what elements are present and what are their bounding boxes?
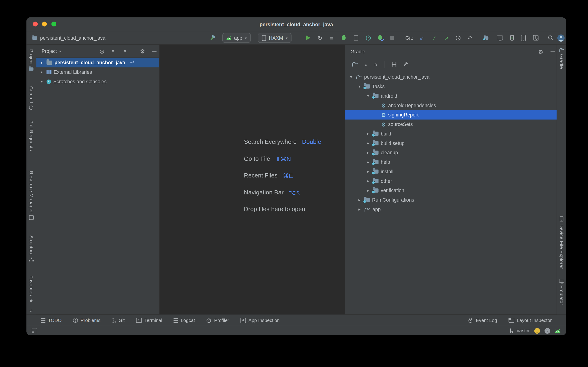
- gradle-node-android[interactable]: ▾ android: [345, 91, 556, 101]
- settings-button[interactable]: ⚙: [140, 45, 145, 57]
- project-panel-title[interactable]: Project: [41, 48, 57, 54]
- collapse-all-button[interactable]: «: [375, 61, 378, 68]
- chevron-right-icon[interactable]: ▸: [366, 150, 370, 155]
- run-configuration-combo[interactable]: app ▾: [222, 31, 251, 44]
- sidebar-item-project[interactable]: Project: [26, 49, 36, 71]
- toolwindow-app-inspection[interactable]: App Inspection: [240, 317, 280, 323]
- build-button[interactable]: [210, 31, 216, 44]
- gradle-node-verification[interactable]: ▸ verification: [345, 186, 556, 195]
- gradle-settings-button[interactable]: ⚙: [538, 45, 543, 58]
- profile-avatar-button[interactable]: [557, 31, 564, 44]
- chevron-down-icon[interactable]: ▾: [349, 75, 354, 79]
- project-structure-button[interactable]: [483, 31, 489, 44]
- avd-manager-button[interactable]: [509, 31, 515, 44]
- gradle-sync-button[interactable]: [352, 61, 358, 68]
- chevron-right-icon[interactable]: ▸: [366, 160, 370, 165]
- gradle-node-cleanup[interactable]: ▸ cleanup: [345, 148, 556, 158]
- toolwindow-git[interactable]: Git: [112, 317, 124, 323]
- gradle-node-other[interactable]: ▸ other: [345, 176, 556, 186]
- sdk-manager-icon: [533, 35, 539, 41]
- apply-changes-button[interactable]: ↻: [318, 31, 323, 44]
- chevron-right-icon[interactable]: ▸: [366, 188, 370, 193]
- chevron-right-icon[interactable]: ▸: [366, 141, 370, 146]
- sidebar-item-partial[interactable]: s: [26, 309, 36, 312]
- sidebar-item-commit[interactable]: Commit: [26, 86, 36, 110]
- locate-file-button[interactable]: ◎: [100, 45, 104, 57]
- close-window-button[interactable]: [33, 22, 38, 26]
- gradle-node-build-setup[interactable]: ▸ build setup: [345, 139, 556, 148]
- offline-mode-button[interactable]: [392, 61, 396, 68]
- project-breadcrumb[interactable]: persistent_cloud_anchor_java: [32, 31, 106, 44]
- target-device-combo[interactable]: HAXM ▾: [258, 31, 291, 44]
- search-everywhere-button[interactable]: [548, 31, 554, 44]
- run-button[interactable]: [306, 31, 310, 44]
- toolwindow-logcat[interactable]: Logcat: [173, 317, 195, 323]
- git-branch-widget[interactable]: master: [509, 328, 530, 333]
- toolwindow-todo[interactable]: TODO: [41, 317, 62, 323]
- collapse-all-button[interactable]: «: [124, 45, 127, 57]
- gradle-node-help[interactable]: ▸ help: [345, 157, 556, 167]
- gradle-node-app[interactable]: ▸ app: [345, 205, 556, 214]
- attach-debugger-button[interactable]: [378, 31, 382, 44]
- git-update-button[interactable]: ↙: [420, 31, 425, 44]
- toolwindow-layout-inspector[interactable]: Layout Inspector: [508, 317, 552, 323]
- chevron-right-icon[interactable]: ▸: [39, 70, 44, 75]
- gradle-node-build[interactable]: ▸ build: [345, 129, 556, 139]
- expand-all-button[interactable]: »: [112, 45, 115, 57]
- chevron-right-icon[interactable]: ▸: [366, 169, 370, 174]
- gradle-task-signingReport[interactable]: ⚙ signingReport: [345, 110, 556, 120]
- chevron-right-icon[interactable]: ▸: [357, 207, 362, 212]
- tree-row-scratches[interactable]: ▸ Scratches and Consoles: [36, 77, 159, 86]
- sidebar-item-resource-manager[interactable]: Resource Manager: [26, 171, 36, 220]
- zoom-window-button[interactable]: [51, 22, 56, 26]
- gradle-node-project-root[interactable]: ▾ persistent_cloud_anchor_java: [345, 72, 556, 82]
- android-status-icon[interactable]: [555, 328, 561, 333]
- toolwindow-layout-toggle[interactable]: [32, 328, 37, 333]
- stop-button[interactable]: [390, 31, 394, 44]
- device-manager-button[interactable]: [521, 31, 526, 44]
- sdk-manager-button[interactable]: [533, 31, 539, 44]
- apply-code-changes-button[interactable]: [354, 31, 358, 44]
- tree-row-project-root[interactable]: ▸ persistent_cloud_anchor_java ~/: [36, 58, 159, 67]
- expand-all-button[interactable]: »: [365, 61, 368, 68]
- chevron-down-icon[interactable]: ▾: [366, 93, 370, 98]
- git-commit-button[interactable]: ✓: [432, 31, 437, 44]
- minimize-window-button[interactable]: [42, 22, 47, 26]
- sidebar-item-pull-requests[interactable]: Pull Requests: [26, 120, 36, 151]
- gradle-task-androidDependencies[interactable]: ⚙ androidDependencies: [345, 101, 556, 110]
- hint-label: Recent Files: [244, 172, 278, 179]
- toolwindow-event-log[interactable]: Event Log: [468, 317, 497, 323]
- gradle-node-run-configurations[interactable]: ▸ Run Configurations: [345, 195, 556, 205]
- sidebar-item-gradle[interactable]: Gradle: [557, 48, 566, 69]
- git-rollback-button[interactable]: ↶: [467, 31, 472, 44]
- chevron-right-icon[interactable]: ▸: [366, 179, 370, 184]
- running-devices-button[interactable]: [497, 31, 503, 44]
- toolwindow-terminal[interactable]: Terminal: [136, 317, 162, 323]
- gradle-node-install[interactable]: ▸ install: [345, 167, 556, 176]
- run-with-coverage-button[interactable]: ≡: [330, 31, 333, 44]
- chevron-right-icon[interactable]: ▸: [39, 79, 44, 84]
- sidebar-item-emulator[interactable]: Emulator: [557, 278, 566, 305]
- chevron-down-icon[interactable]: ▾: [357, 84, 362, 89]
- gradle-task-sourceSets[interactable]: ⚙ sourceSets: [345, 119, 556, 129]
- chevron-right-icon[interactable]: ▸: [357, 197, 362, 202]
- git-history-button[interactable]: [455, 31, 461, 44]
- gradle-settings-button[interactable]: [403, 61, 408, 68]
- git-push-button[interactable]: ↗: [444, 31, 449, 44]
- sidebar-item-device-file-explorer[interactable]: Device File Explorer: [557, 216, 566, 269]
- chevron-right-icon[interactable]: ▸: [366, 131, 370, 136]
- profile-button[interactable]: [365, 31, 371, 44]
- sidebar-item-favorites[interactable]: Favorites ★: [26, 275, 36, 303]
- feedback-sad-icon[interactable]: [544, 328, 550, 333]
- chevron-right-icon[interactable]: ▸: [39, 60, 44, 65]
- hide-panel-button[interactable]: —: [152, 45, 157, 57]
- toolwindow-problems[interactable]: Problems: [73, 317, 101, 323]
- hide-panel-button[interactable]: —: [551, 45, 555, 58]
- tree-row-external-libraries[interactable]: ▸ External Libraries: [36, 67, 159, 77]
- feedback-happy-icon[interactable]: [534, 328, 540, 333]
- chevron-down-icon[interactable]: ▾: [59, 49, 61, 53]
- sidebar-item-structure[interactable]: Structure: [26, 235, 36, 262]
- gradle-node-tasks[interactable]: ▾ Tasks: [345, 82, 556, 91]
- toolwindow-profiler[interactable]: Profiler: [206, 317, 229, 323]
- debug-button[interactable]: [342, 31, 345, 44]
